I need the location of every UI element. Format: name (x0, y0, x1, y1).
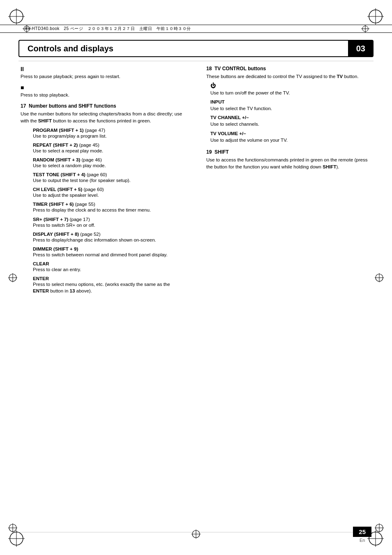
pause-symbol: II (21, 66, 186, 72)
sub-item-chlevel-title: CH LEVEL (SHIFT + 5) (page 60) (33, 187, 186, 192)
bar-mark-right (361, 25, 369, 33)
sub-item-sr: SR+ (SHIFT + 7) (page 17) Press to switc… (33, 217, 186, 228)
sub-item-dimmer-title: DIMMER (SHIFT + 9) (33, 246, 186, 251)
sub-item-repeat-body: Use to select a repeat play mode. (33, 147, 186, 154)
sub-item-chlevel-body: Use to adjust the speaker level. (33, 192, 186, 198)
chapter-number: 03 (348, 40, 374, 57)
side-mark-left-mid (8, 273, 17, 282)
sub-item-dimmer-body: Press to switch between normal and dimme… (33, 251, 186, 258)
sub-item-testtone-title: TEST TONE (SHIFT + 4) (page 60) (33, 172, 186, 177)
sub-item-sr-title: SR+ (SHIFT + 7) (page 17) (33, 217, 186, 222)
section-17-number: 17 (21, 103, 26, 109)
r-sub-item-tvvolume-body: Use to adjust the volume on your TV. (210, 137, 371, 143)
bottom-center-mark (191, 530, 201, 540)
r-sub-items-18: ⏻ Use to turn on/off the power of the TV… (210, 83, 371, 143)
r-sub-item-power: ⏻ Use to turn on/off the power of the TV… (210, 83, 371, 96)
stop-section: ■ Press to stop playback. (21, 84, 186, 99)
sub-item-timer: TIMER (SHIFT + 6) (page 55) Press to dis… (33, 202, 186, 213)
section-17: 17 Number buttons and SHIFT functions Us… (21, 103, 186, 295)
r-sub-item-tvvolume: TV VOLUME +/– Use to adjust the volume o… (210, 131, 371, 143)
top-bar-text: XV-HTD340.book 25 ページ ２００３年１２月２７日 土曜日 午前… (25, 26, 191, 32)
pause-section: II Press to pause playback; press again … (21, 66, 186, 80)
r-sub-item-tvchannel: TV CHANNEL +/– Use to select channels. (210, 115, 371, 127)
section-19-number: 19 (206, 149, 212, 155)
pause-body: Press to pause playback; press again to … (21, 73, 186, 80)
sub-item-clear-title: CLEAR (33, 261, 186, 266)
corner-mark-tl (8, 8, 25, 25)
page-number-area: 25 En (353, 527, 371, 543)
side-mark-right-mid (375, 273, 384, 282)
section-17-body: Use the number buttons for selecting cha… (21, 111, 186, 125)
sub-item-clear-body: Press to clear an entry. (33, 266, 186, 273)
stop-symbol: ■ (21, 84, 186, 91)
section-19-body: Use to access the functions/commands pri… (206, 157, 371, 171)
corner-mark-bl (8, 530, 25, 547)
sub-item-sr-body: Press to switch SR+ on or off. (33, 222, 186, 228)
left-column: II Press to pause playback; press again … (21, 66, 190, 530)
r-sub-item-tvchannel-title: TV CHANNEL +/– (210, 115, 371, 120)
r-sub-item-input-title: INPUT (210, 99, 371, 104)
sub-item-display-body: Press to display/change disc information… (33, 237, 186, 243)
right-column: 18 TV CONTROL buttons These buttons are … (202, 66, 371, 530)
corner-mark-tr (367, 8, 384, 25)
section-18-body: These buttons are dedicated to control t… (206, 73, 371, 80)
content-area: II Press to pause playback; press again … (21, 66, 371, 530)
r-sub-item-power-title: ⏻ (210, 83, 371, 89)
sub-item-chlevel: CH LEVEL (SHIFT + 5) (page 60) Use to ad… (33, 187, 186, 198)
page-lang: En (360, 538, 365, 543)
sub-item-dimmer: DIMMER (SHIFT + 9) Press to switch betwe… (33, 246, 186, 258)
sub-item-display: DISPLAY (SHIFT + 8) (page 52) Press to d… (33, 232, 186, 243)
sub-item-program: PROGRAM (SHIFT + 1) (page 47) Use to pro… (33, 128, 186, 139)
sub-item-testtone-body: Use to output the test tone (for speaker… (33, 177, 186, 184)
sub-item-clear: CLEAR Press to clear an entry. (33, 261, 186, 273)
page-title: Controls and displays (18, 40, 348, 57)
sub-item-display-title: DISPLAY (SHIFT + 8) (page 52) (33, 232, 186, 237)
r-sub-item-tvvolume-title: TV VOLUME +/– (210, 131, 371, 136)
sub-item-program-body: Use to program/play a program list. (33, 133, 186, 139)
page-number: 25 (353, 527, 371, 537)
side-mark-right-bot (375, 523, 384, 532)
stop-body: Press to stop playback. (21, 92, 186, 99)
sub-items-17: PROGRAM (SHIFT + 1) (page 47) Use to pro… (33, 128, 186, 294)
section-17-title: 17 Number buttons and SHIFT functions (21, 103, 186, 109)
section-17-heading: Number buttons and SHIFT functions (29, 103, 116, 109)
section-18-number: 18 (206, 66, 212, 71)
sub-item-timer-title: TIMER (SHIFT + 6) (page 55) (33, 202, 186, 207)
sub-item-random-body: Use to select a random play mode. (33, 162, 186, 169)
sub-item-random: RANDOM (SHIFT + 3) (page 46) Use to sele… (33, 157, 186, 169)
bar-mark-left (23, 25, 31, 33)
section-18: 18 TV CONTROL buttons These buttons are … (206, 66, 371, 143)
section-19-heading: SHIFT (214, 149, 229, 155)
section-18-heading: TV CONTROL buttons (214, 66, 266, 71)
r-sub-item-tvchannel-body: Use to select channels. (210, 121, 371, 127)
header-bar: Controls and displays 03 (18, 40, 374, 57)
r-sub-item-input-body: Use to select the TV function. (210, 105, 371, 112)
top-bar: XV-HTD340.book 25 ページ ２００３年１２月２７日 土曜日 午前… (0, 25, 392, 33)
section-19-title: 19 SHIFT (206, 149, 371, 155)
section-18-title: 18 TV CONTROL buttons (206, 66, 371, 71)
sub-item-enter: ENTER Press to select menu options, etc.… (33, 276, 186, 294)
sub-item-random-title: RANDOM (SHIFT + 3) (page 46) (33, 157, 186, 162)
sub-item-enter-title: ENTER (33, 276, 186, 281)
sub-item-repeat-title: REPEAT (SHIFT + 2) (page 45) (33, 143, 186, 147)
section-19: 19 SHIFT Use to access the functions/com… (206, 149, 371, 171)
sub-item-enter-body: Press to select menu options, etc. (work… (33, 281, 186, 294)
side-mark-left-bot (8, 523, 17, 532)
sub-item-testtone: TEST TONE (SHIFT + 4) (page 60) Use to o… (33, 172, 186, 184)
sub-item-program-title: PROGRAM (SHIFT + 1) (page 47) (33, 128, 186, 133)
sub-item-repeat: REPEAT (SHIFT + 2) (page 45) Use to sele… (33, 143, 186, 154)
divider-top (18, 61, 374, 61)
r-sub-item-power-body: Use to turn on/off the power of the TV. (210, 90, 371, 96)
sub-item-timer-body: Press to display the clock and to access… (33, 207, 186, 213)
r-sub-item-input: INPUT Use to select the TV function. (210, 99, 371, 112)
